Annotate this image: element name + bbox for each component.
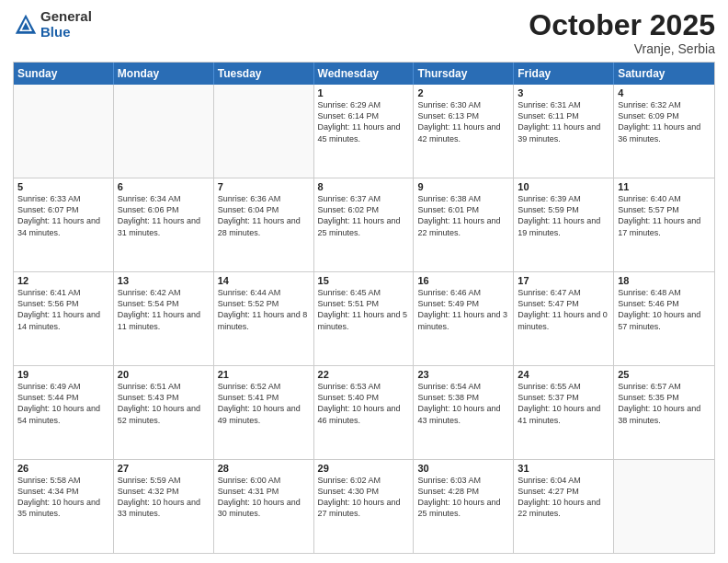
- cell-info: Sunrise: 6:42 AMSunset: 5:54 PMDaylight:…: [118, 287, 210, 332]
- calendar-week-3: 12Sunrise: 6:41 AMSunset: 5:56 PMDayligh…: [14, 271, 714, 365]
- day-number: 29: [318, 463, 410, 474]
- col-header-wednesday: Wednesday: [314, 63, 415, 85]
- day-number: 27: [118, 463, 210, 474]
- cell-info: Sunrise: 6:31 AMSunset: 6:11 PMDaylight:…: [518, 99, 609, 144]
- logo-text: General Blue: [40, 9, 92, 40]
- calendar-cell: 23Sunrise: 6:54 AMSunset: 5:38 PMDayligh…: [414, 366, 514, 459]
- calendar: SundayMondayTuesdayWednesdayThursdayFrid…: [13, 62, 715, 554]
- col-header-sunday: Sunday: [14, 63, 114, 85]
- calendar-cell: 15Sunrise: 6:45 AMSunset: 5:51 PMDayligh…: [314, 272, 415, 365]
- calendar-week-5: 26Sunrise: 5:58 AMSunset: 4:34 PMDayligh…: [14, 459, 714, 553]
- calendar-cell: [614, 460, 714, 553]
- calendar-week-2: 5Sunrise: 6:33 AMSunset: 6:07 PMDaylight…: [14, 178, 714, 271]
- calendar-cell: 19Sunrise: 6:49 AMSunset: 5:44 PMDayligh…: [14, 366, 114, 459]
- calendar-cell: 9Sunrise: 6:38 AMSunset: 6:01 PMDaylight…: [414, 178, 514, 271]
- day-number: 26: [17, 463, 109, 474]
- day-number: 8: [318, 181, 410, 192]
- day-number: 17: [518, 275, 609, 286]
- logo-blue-label: Blue: [40, 25, 92, 40]
- page: General Blue October 2025 Vranje, Serbia…: [0, 0, 728, 563]
- cell-info: Sunrise: 6:53 AMSunset: 5:40 PMDaylight:…: [318, 381, 410, 426]
- cell-info: Sunrise: 6:41 AMSunset: 5:56 PMDaylight:…: [17, 287, 109, 332]
- cell-info: Sunrise: 6:47 AMSunset: 5:47 PMDaylight:…: [518, 287, 609, 332]
- day-number: 11: [618, 181, 711, 192]
- header: General Blue October 2025 Vranje, Serbia: [13, 9, 715, 56]
- cell-info: Sunrise: 6:55 AMSunset: 5:37 PMDaylight:…: [518, 381, 609, 426]
- cell-info: Sunrise: 6:54 AMSunset: 5:38 PMDaylight:…: [417, 381, 509, 426]
- cell-info: Sunrise: 6:00 AMSunset: 4:31 PMDaylight:…: [218, 475, 310, 520]
- calendar-cell: 2Sunrise: 6:30 AMSunset: 6:13 PMDaylight…: [414, 85, 514, 178]
- day-number: 7: [218, 181, 310, 192]
- calendar-cell: 7Sunrise: 6:36 AMSunset: 6:04 PMDaylight…: [214, 178, 314, 271]
- cell-info: Sunrise: 5:59 AMSunset: 4:32 PMDaylight:…: [118, 475, 210, 520]
- cell-info: Sunrise: 6:37 AMSunset: 6:02 PMDaylight:…: [318, 193, 410, 238]
- calendar-cell: 31Sunrise: 6:04 AMSunset: 4:27 PMDayligh…: [514, 460, 614, 553]
- day-number: 12: [17, 275, 109, 286]
- calendar-cell: 25Sunrise: 6:57 AMSunset: 5:35 PMDayligh…: [614, 366, 714, 459]
- day-number: 20: [118, 369, 210, 380]
- cell-info: Sunrise: 6:04 AMSunset: 4:27 PMDaylight:…: [518, 475, 609, 520]
- calendar-week-1: 1Sunrise: 6:29 AMSunset: 6:14 PMDaylight…: [14, 85, 714, 178]
- location-subtitle: Vranje, Serbia: [529, 41, 715, 56]
- calendar-cell: [114, 85, 214, 178]
- calendar-cell: 10Sunrise: 6:39 AMSunset: 5:59 PMDayligh…: [514, 178, 614, 271]
- day-number: 4: [618, 87, 711, 98]
- logo: General Blue: [13, 9, 92, 40]
- cell-info: Sunrise: 6:44 AMSunset: 5:52 PMDaylight:…: [218, 287, 310, 332]
- calendar-cell: 20Sunrise: 6:51 AMSunset: 5:43 PMDayligh…: [114, 366, 214, 459]
- day-number: 15: [318, 275, 410, 286]
- calendar-cell: 18Sunrise: 6:48 AMSunset: 5:46 PMDayligh…: [614, 272, 714, 365]
- day-number: 14: [218, 275, 310, 286]
- calendar-cell: 6Sunrise: 6:34 AMSunset: 6:06 PMDaylight…: [114, 178, 214, 271]
- calendar-cell: 26Sunrise: 5:58 AMSunset: 4:34 PMDayligh…: [14, 460, 114, 553]
- logo-icon: [13, 12, 39, 38]
- day-number: 1: [318, 87, 410, 98]
- calendar-cell: 30Sunrise: 6:03 AMSunset: 4:28 PMDayligh…: [414, 460, 514, 553]
- col-header-thursday: Thursday: [414, 63, 514, 85]
- day-number: 9: [417, 181, 509, 192]
- day-number: 31: [518, 463, 609, 474]
- cell-info: Sunrise: 6:03 AMSunset: 4:28 PMDaylight:…: [417, 475, 509, 520]
- calendar-cell: 29Sunrise: 6:02 AMSunset: 4:30 PMDayligh…: [314, 460, 415, 553]
- calendar-cell: 12Sunrise: 6:41 AMSunset: 5:56 PMDayligh…: [14, 272, 114, 365]
- cell-info: Sunrise: 6:02 AMSunset: 4:30 PMDaylight:…: [318, 475, 410, 520]
- cell-info: Sunrise: 6:32 AMSunset: 6:09 PMDaylight:…: [618, 99, 711, 144]
- day-number: 5: [17, 181, 109, 192]
- calendar-cell: 8Sunrise: 6:37 AMSunset: 6:02 PMDaylight…: [314, 178, 415, 271]
- cell-info: Sunrise: 6:51 AMSunset: 5:43 PMDaylight:…: [118, 381, 210, 426]
- calendar-cell: 28Sunrise: 6:00 AMSunset: 4:31 PMDayligh…: [214, 460, 314, 553]
- calendar-cell: 14Sunrise: 6:44 AMSunset: 5:52 PMDayligh…: [214, 272, 314, 365]
- cell-info: Sunrise: 6:38 AMSunset: 6:01 PMDaylight:…: [417, 193, 509, 238]
- calendar-cell: [214, 85, 314, 178]
- cell-info: Sunrise: 6:33 AMSunset: 6:07 PMDaylight:…: [17, 193, 109, 238]
- logo-general-label: General: [40, 9, 92, 25]
- calendar-body: 1Sunrise: 6:29 AMSunset: 6:14 PMDaylight…: [14, 85, 714, 553]
- day-number: 13: [118, 275, 210, 286]
- calendar-week-4: 19Sunrise: 6:49 AMSunset: 5:44 PMDayligh…: [14, 365, 714, 459]
- day-number: 23: [417, 369, 509, 380]
- cell-info: Sunrise: 6:29 AMSunset: 6:14 PMDaylight:…: [318, 99, 410, 144]
- calendar-cell: 22Sunrise: 6:53 AMSunset: 5:40 PMDayligh…: [314, 366, 415, 459]
- title-block: October 2025 Vranje, Serbia: [529, 9, 715, 56]
- cell-info: Sunrise: 6:40 AMSunset: 5:57 PMDaylight:…: [618, 193, 711, 238]
- calendar-cell: 13Sunrise: 6:42 AMSunset: 5:54 PMDayligh…: [114, 272, 214, 365]
- cell-info: Sunrise: 6:57 AMSunset: 5:35 PMDaylight:…: [618, 381, 711, 426]
- col-header-monday: Monday: [114, 63, 214, 85]
- calendar-header-row: SundayMondayTuesdayWednesdayThursdayFrid…: [14, 63, 714, 85]
- col-header-saturday: Saturday: [614, 63, 714, 85]
- calendar-cell: 16Sunrise: 6:46 AMSunset: 5:49 PMDayligh…: [414, 272, 514, 365]
- col-header-tuesday: Tuesday: [214, 63, 314, 85]
- cell-info: Sunrise: 6:49 AMSunset: 5:44 PMDaylight:…: [17, 381, 109, 426]
- cell-info: Sunrise: 6:39 AMSunset: 5:59 PMDaylight:…: [518, 193, 609, 238]
- cell-info: Sunrise: 6:36 AMSunset: 6:04 PMDaylight:…: [218, 193, 310, 238]
- day-number: 21: [218, 369, 310, 380]
- cell-info: Sunrise: 6:48 AMSunset: 5:46 PMDaylight:…: [618, 287, 711, 332]
- calendar-cell: 17Sunrise: 6:47 AMSunset: 5:47 PMDayligh…: [514, 272, 614, 365]
- calendar-cell: 4Sunrise: 6:32 AMSunset: 6:09 PMDaylight…: [614, 85, 714, 178]
- day-number: 25: [618, 369, 711, 380]
- day-number: 2: [417, 87, 509, 98]
- cell-info: Sunrise: 5:58 AMSunset: 4:34 PMDaylight:…: [17, 475, 109, 520]
- day-number: 18: [618, 275, 711, 286]
- day-number: 19: [17, 369, 109, 380]
- calendar-cell: 1Sunrise: 6:29 AMSunset: 6:14 PMDaylight…: [314, 85, 415, 178]
